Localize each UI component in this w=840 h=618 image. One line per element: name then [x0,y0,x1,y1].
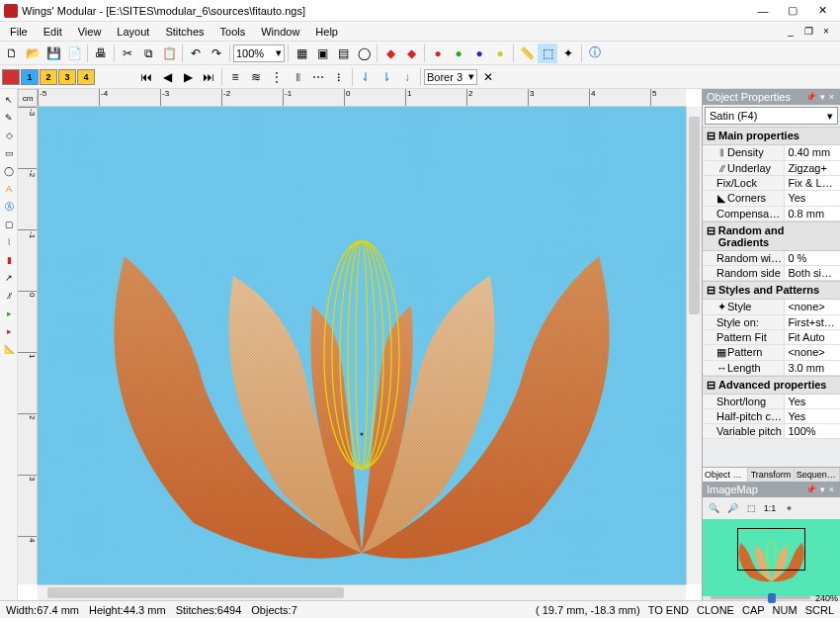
copy-button[interactable]: ⧉ [138,44,158,63]
text-tool-icon[interactable]: A [1,181,17,197]
stitch-type-1-icon[interactable]: ≡ [225,67,245,87]
save-button[interactable]: 💾 [43,44,63,63]
open-button[interactable]: 📂 [23,44,42,63]
redo-button[interactable]: ↷ [207,44,226,63]
exit-tool-icon[interactable]: ▸ [1,323,17,339]
panel-menu-icon[interactable]: ▾ [818,92,827,102]
entry-tool-icon[interactable]: ▸ [1,306,17,321]
color-2-swatch[interactable]: 2 [40,69,57,85]
monogram-tool-icon[interactable]: Ⓐ [1,199,17,215]
borer-tool-icon[interactable]: ✕ [478,67,498,87]
snap-button[interactable]: ▣ [312,44,332,63]
nav-prev-button[interactable]: ◀ [157,67,177,87]
grid-button[interactable]: ▦ [292,44,311,63]
guides-button[interactable]: ▤ [333,44,353,63]
zoom-in-icon[interactable]: 🔍 [706,500,721,516]
needle-1-icon[interactable]: ⇃ [356,67,376,87]
end-needle-icon[interactable]: ◆ [401,44,421,63]
cut-button[interactable]: ✂ [118,44,137,63]
help-button[interactable]: ⓘ [585,44,605,63]
divide-tool-icon[interactable]: ⫽ [1,288,17,304]
vertical-scrollbar[interactable] [686,107,702,584]
prop-random-side[interactable]: Random sideBoth sides [703,266,840,281]
tab-sequence[interactable]: Sequence M... [795,468,840,482]
prop-underlay[interactable]: ⫽UnderlayZigzag+ [703,161,840,176]
menu-help[interactable]: Help [307,24,346,40]
shape-tool-icon[interactable]: ◇ [1,128,17,143]
node-tool-icon[interactable]: ✎ [1,110,17,126]
import-button[interactable]: 📄 [64,44,84,63]
prop-variable-pitch[interactable]: Variable pitch100% [703,424,840,439]
prop-corners[interactable]: ◣CornersYes [703,191,840,207]
maximize-button[interactable]: ▢ [779,2,806,20]
direction-tool-icon[interactable]: ↗ [1,270,17,286]
menu-tools[interactable]: Tools [212,24,254,40]
color-3-swatch[interactable]: 3 [58,69,76,85]
blue-marker-icon[interactable]: ● [469,44,489,63]
tab-transform[interactable]: Transform [748,468,794,482]
hoop-button[interactable]: ◯ [354,44,374,63]
imagemap-viewport-rect[interactable] [737,528,806,571]
print-button[interactable]: 🖶 [91,44,111,63]
color-4-swatch[interactable]: 4 [77,69,95,85]
paste-button[interactable]: 📋 [159,44,179,63]
pointer-tool-icon[interactable]: ↖ [1,92,17,108]
prop-length[interactable]: ↔Length3.0 mm [703,361,840,376]
minimize-button[interactable]: — [749,2,777,20]
menu-layout[interactable]: Layout [109,24,157,40]
undo-button[interactable]: ↶ [186,44,206,63]
prop-short-long[interactable]: Short/longYes [703,395,840,409]
prop-fixlock[interactable]: Fix/LockFix & Lock [703,176,840,191]
prop-pattern[interactable]: ▦Pattern<none> [703,345,840,361]
red-marker-icon[interactable]: ● [428,44,448,63]
fill-tool-icon[interactable]: ▮ [1,252,17,268]
zoom-actual-icon[interactable]: 1:1 [762,500,778,516]
zoom-out-icon[interactable]: 🔎 [724,500,740,516]
stitch-type-3-icon[interactable]: ⋮ [267,67,287,87]
doc-restore-button[interactable]: ❐ [800,25,816,39]
zoom-sel-icon[interactable]: ⌖ [781,500,797,516]
embroidery-design[interactable] [65,157,658,573]
stitch-type-6-icon[interactable]: ⫶ [329,67,349,87]
zoom-select[interactable]: 100%▾ [233,44,285,62]
menu-window[interactable]: Window [253,24,307,40]
frame-tool-icon[interactable]: ▢ [1,217,17,232]
stitch-type-2-icon[interactable]: ≋ [246,67,266,87]
nav-first-button[interactable]: ⏮ [136,67,156,87]
collapse-icon[interactable]: ⊟ [707,130,718,142]
prop-style[interactable]: ✦Style<none> [703,300,840,315]
design-viewport[interactable] [38,107,686,584]
yellow-marker-icon[interactable]: ● [490,44,510,63]
select-mode-button[interactable]: ⬚ [538,44,557,63]
collapse-icon[interactable]: ⊟ [707,224,718,248]
collapse-icon[interactable]: ⊟ [707,379,718,392]
panel-close-icon[interactable]: × [827,485,836,494]
menu-stitches[interactable]: Stitches [157,24,211,40]
green-marker-icon[interactable]: ● [449,44,468,63]
color-swatch-icon[interactable] [2,69,20,85]
zoom-slider[interactable]: 240% [703,596,840,600]
collapse-icon[interactable]: ⊟ [707,284,718,297]
panel-menu-icon[interactable]: ▾ [818,485,827,494]
doc-minimize-button[interactable]: _ [783,25,798,39]
measure-tool-icon[interactable]: 📐 [1,341,17,357]
horizontal-scrollbar[interactable] [38,584,686,600]
needle-2-icon[interactable]: ⇂ [377,67,396,87]
ellipse-tool-icon[interactable]: ◯ [1,163,17,179]
prop-density[interactable]: ⫴Density0.40 mm [703,145,840,161]
nav-next-button[interactable]: ⏭ [199,67,218,87]
menu-edit[interactable]: Edit [36,24,70,40]
borer-select[interactable]: Borer 3▾ [424,69,477,85]
rect-tool-icon[interactable]: ▭ [1,145,17,161]
prop-pattern-fit[interactable]: Pattern FitFit Auto [703,330,840,345]
new-button[interactable]: 🗋 [2,44,22,63]
imagemap-view[interactable] [703,519,840,596]
outline-tool-icon[interactable]: ⌇ [1,234,17,250]
prop-random-width[interactable]: Random width0 % [703,251,840,266]
prop-style-on[interactable]: Style on:First+stretch [703,315,840,330]
panel-pin-icon[interactable]: 📌 [803,485,818,494]
doc-close-button[interactable]: × [818,25,834,39]
measure-button[interactable]: 📏 [517,44,537,63]
stitch-type-5-icon[interactable]: ⋯ [308,67,328,87]
color-1-swatch[interactable]: 1 [21,69,39,85]
